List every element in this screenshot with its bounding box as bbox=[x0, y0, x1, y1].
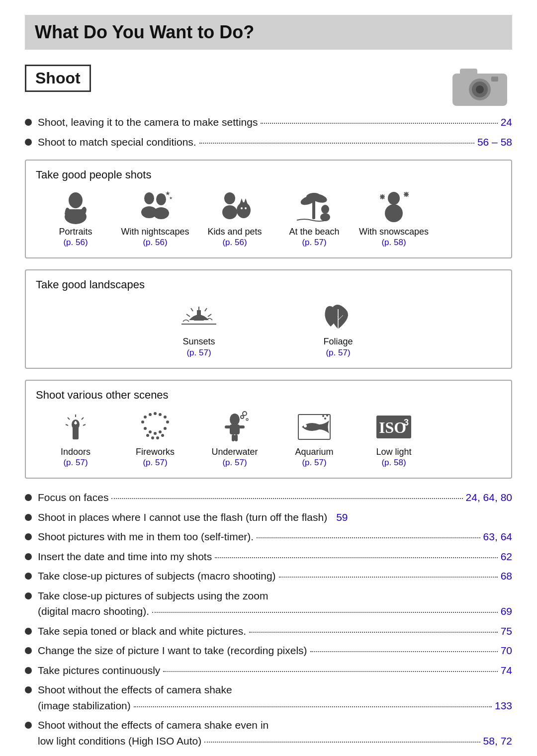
beach-icon bbox=[294, 189, 334, 224]
people-icons-row: Portraits (p. 56) ★ ★ With nightscapes (… bbox=[36, 189, 501, 248]
dots bbox=[111, 498, 462, 499]
bullet-dot bbox=[25, 667, 32, 674]
svg-point-26 bbox=[320, 213, 330, 221]
people-shots-title: Take good people shots bbox=[36, 168, 501, 181]
svg-line-52 bbox=[68, 418, 70, 420]
svg-point-78 bbox=[243, 412, 247, 416]
bullet-date-time: Insert the date and time into my shots 6… bbox=[25, 549, 512, 565]
svg-point-62 bbox=[144, 427, 147, 430]
lowlight-page: (p. 58) bbox=[381, 458, 406, 468]
svg-point-80 bbox=[304, 424, 307, 427]
bullet2-text: Shoot to match special conditions. bbox=[38, 134, 196, 150]
landscapes-title: Take good landscapes bbox=[36, 278, 501, 291]
bullet-dot bbox=[25, 139, 32, 146]
svg-point-55 bbox=[144, 416, 147, 419]
camera-icon bbox=[448, 60, 512, 109]
other-scenes-box: Shoot various other scenes Indoors (p. 5… bbox=[25, 380, 512, 479]
dots bbox=[310, 651, 498, 652]
scene-item-nightscapes: ★ ★ With nightscapes (p. 56) bbox=[115, 189, 195, 248]
indoors-icon bbox=[56, 410, 95, 444]
more-bullets-list: Focus on faces 24, 64, 80 Shoot in place… bbox=[25, 490, 512, 749]
underwater-page: (p. 57) bbox=[222, 458, 247, 468]
scene-item-aquarium: Aquarium (p. 57) bbox=[274, 410, 354, 468]
bullet-dot bbox=[25, 628, 32, 635]
bullet-dot bbox=[25, 514, 32, 521]
beach-label: At the beach bbox=[289, 226, 339, 238]
shoot-label: Shoot bbox=[25, 65, 91, 92]
kids-pets-page: (p. 56) bbox=[222, 238, 247, 248]
svg-point-61 bbox=[166, 420, 169, 423]
svg-point-67 bbox=[146, 434, 149, 437]
svg-point-71 bbox=[230, 414, 240, 425]
svg-text:3: 3 bbox=[404, 418, 409, 427]
scene-item-indoors: Indoors (p. 57) bbox=[36, 410, 115, 468]
bullet-dot bbox=[25, 494, 32, 501]
dots bbox=[152, 612, 498, 613]
other-icons-row: Indoors (p. 57) bbox=[36, 410, 501, 468]
lowlight-icon: ISO 3 bbox=[374, 410, 414, 444]
svg-point-56 bbox=[149, 413, 152, 416]
other-scenes-title: Shoot various other scenes bbox=[36, 389, 501, 402]
scene-item-underwater: Underwater (p. 57) bbox=[195, 410, 274, 468]
lowlight-label: Low light bbox=[376, 446, 411, 458]
foliage-label: Foliage bbox=[323, 336, 353, 347]
nightscapes-page: (p. 56) bbox=[143, 238, 167, 248]
bullet-dot bbox=[25, 592, 32, 599]
svg-line-53 bbox=[83, 424, 86, 425]
snowscapes-page: (p. 58) bbox=[381, 238, 406, 248]
kids-pets-label: Kids and pets bbox=[207, 226, 262, 238]
svg-point-4 bbox=[476, 85, 484, 93]
svg-point-27 bbox=[388, 192, 400, 205]
scene-item-lowlight: ISO 3 Low light (p. 58) bbox=[354, 410, 434, 468]
fireworks-page: (p. 57) bbox=[143, 458, 167, 468]
svg-point-6 bbox=[69, 192, 83, 208]
bullet-digital-macro: Take close-up pictures of subjects using… bbox=[25, 588, 512, 619]
dots-2 bbox=[199, 143, 474, 144]
people-shots-box: Take good people shots Portraits (p. 56)… bbox=[25, 160, 512, 258]
svg-point-79 bbox=[246, 419, 248, 420]
portraits-label: Portraits bbox=[59, 226, 92, 238]
scene-item-sunsets: Sunsets (p. 57) bbox=[159, 299, 239, 357]
kids-pets-icon bbox=[215, 189, 255, 224]
svg-line-39 bbox=[186, 314, 190, 317]
svg-line-54 bbox=[66, 424, 68, 425]
svg-marker-17 bbox=[240, 198, 244, 204]
underwater-label: Underwater bbox=[211, 446, 258, 458]
bullet-focus-faces: Focus on faces 24, 64, 80 bbox=[25, 490, 512, 505]
page-title: What Do You Want to Do? bbox=[35, 22, 502, 43]
scene-item-kids-pets: Kids and pets (p. 56) bbox=[195, 189, 274, 248]
svg-point-77 bbox=[241, 416, 244, 419]
aquarium-icon bbox=[294, 410, 334, 444]
page-title-bar: What Do You Want to Do? bbox=[25, 15, 512, 50]
bullet-high-iso: Shoot without the effects of camera shak… bbox=[25, 717, 512, 749]
landscape-icons-row: Sunsets (p. 57) Foliage (p. 57) bbox=[36, 299, 501, 357]
dots bbox=[134, 706, 492, 707]
bullet-dot bbox=[25, 573, 32, 580]
dots bbox=[163, 671, 497, 672]
bullet-dot bbox=[25, 647, 32, 654]
svg-point-28 bbox=[385, 204, 403, 222]
svg-point-19 bbox=[241, 207, 243, 209]
bullet-item-1: Shoot, leaving it to the camera to make … bbox=[25, 114, 512, 130]
svg-text:★: ★ bbox=[169, 196, 173, 200]
sunsets-icon bbox=[179, 299, 219, 334]
bullet-image-stabilization: Shoot without the effects of camera shak… bbox=[25, 682, 512, 713]
svg-point-60 bbox=[141, 420, 144, 423]
nightscapes-icon: ★ ★ bbox=[135, 189, 175, 224]
fireworks-label: Fireworks bbox=[136, 446, 175, 458]
bullet-recording-pixels: Change the size of picture I want to tak… bbox=[25, 643, 512, 659]
svg-rect-73 bbox=[225, 425, 231, 428]
bullet-dot bbox=[25, 119, 32, 126]
svg-point-20 bbox=[245, 207, 247, 209]
indoors-label: Indoors bbox=[61, 446, 90, 458]
dots bbox=[249, 632, 498, 633]
shoot-label-wrapper: Shoot bbox=[25, 65, 91, 101]
snowscapes-icon bbox=[374, 189, 414, 224]
svg-point-57 bbox=[154, 412, 157, 415]
scene-item-beach: At the beach (p. 57) bbox=[274, 189, 354, 248]
portraits-icon bbox=[56, 189, 95, 224]
svg-point-25 bbox=[321, 205, 329, 214]
aquarium-page: (p. 57) bbox=[302, 458, 326, 468]
svg-rect-75 bbox=[232, 434, 235, 441]
bullet-item-2: Shoot to match special conditions. 56 – … bbox=[25, 134, 512, 150]
